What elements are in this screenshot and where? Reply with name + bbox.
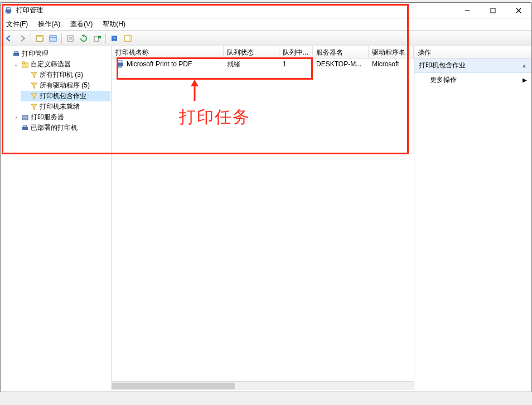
tree-root[interactable]: 打印管理	[3, 48, 110, 59]
filter-icon	[30, 71, 38, 79]
menu-help[interactable]: 帮助(H)	[100, 18, 128, 30]
close-button[interactable]	[506, 3, 531, 18]
tree-custom-filters-label: 自定义筛选器	[31, 60, 71, 69]
svg-rect-11	[67, 36, 73, 41]
svg-rect-4	[491, 8, 495, 13]
tree-deployed-printers-label: 已部署的打印机	[31, 123, 78, 133]
window-controls	[454, 3, 531, 18]
svg-rect-8	[36, 36, 43, 37]
printer-icon	[21, 124, 29, 132]
filter-icon	[30, 103, 38, 111]
column-driver-name[interactable]: 驱动程序名	[369, 46, 414, 58]
titlebar: 打印管理	[1, 3, 531, 18]
menu-file[interactable]: 文件(F)	[4, 18, 30, 30]
svg-rect-27	[117, 63, 123, 66]
svg-rect-24	[22, 118, 28, 120]
toolbar: ?	[1, 31, 531, 46]
printer-name-cell: Microsoft Print to PDF	[127, 60, 192, 68]
print-management-window: 打印管理 文件(F) 操作(A) 查看(V) 帮助(H) ?	[0, 2, 532, 392]
show-hide-tree-button[interactable]	[33, 32, 46, 45]
tree-printers-not-ready-label: 打印机未就绪	[40, 102, 80, 111]
tree-printers-not-ready[interactable]: 打印机未就绪	[21, 101, 110, 112]
tree-all-drivers[interactable]: 所有驱动程序 (5)	[21, 80, 110, 91]
scrollbar-thumb[interactable]	[112, 383, 235, 389]
tree-print-servers[interactable]: › 打印服务器	[12, 112, 110, 123]
server-cell: DESKTOP-M...	[313, 58, 369, 70]
svg-rect-25	[22, 127, 28, 130]
svg-rect-14	[94, 37, 99, 41]
menu-action[interactable]: 操作(A)	[36, 18, 62, 30]
actions-group-label: 打印机包含作业	[419, 61, 466, 70]
svg-rect-2	[7, 12, 9, 13]
svg-rect-28	[118, 61, 122, 63]
svg-rect-1	[7, 7, 11, 9]
expand-icon[interactable]: ›	[13, 114, 20, 120]
export-list-button[interactable]	[64, 32, 76, 45]
list-header: 打印机名称 队列状态 队列中... 服务器名 驱动程序名	[112, 46, 414, 58]
driver-cell: Microsoft	[369, 58, 414, 70]
queue-status-cell: 就绪	[224, 58, 279, 71]
tree-all-printers[interactable]: 所有打印机 (3)	[21, 70, 110, 80]
svg-rect-29	[118, 66, 122, 67]
actions-pane-header: 操作	[414, 46, 531, 58]
expand-icon[interactable]: ⌄	[13, 61, 20, 67]
printer-row[interactable]: Microsoft Print to PDF 就绪 1 DESKTOP-M...…	[112, 58, 414, 70]
list-pane: 打印机名称 队列状态 队列中... 服务器名 驱动程序名 Microsoft P…	[112, 46, 414, 390]
filter-icon	[30, 92, 38, 100]
column-printer-name[interactable]: 打印机名称	[112, 46, 224, 58]
svg-rect-23	[22, 115, 28, 117]
collapse-icon: ▲	[521, 62, 527, 69]
tree-all-drivers-label: 所有驱动程序 (5)	[40, 81, 90, 90]
actions-group-header[interactable]: 打印机包含作业 ▲	[414, 58, 531, 73]
submenu-icon: ▶	[523, 77, 527, 83]
svg-rect-26	[23, 125, 27, 127]
svg-rect-18	[129, 36, 131, 41]
column-queue-status[interactable]: 队列状态	[224, 46, 279, 58]
show-hide-action-pane-button[interactable]	[122, 32, 134, 45]
tree-deployed-printers[interactable]: 已部署的打印机	[12, 123, 110, 133]
printer-app-icon	[4, 6, 13, 15]
properties-button[interactable]	[47, 32, 59, 45]
window-title: 打印管理	[16, 6, 454, 15]
filter-icon	[30, 82, 38, 90]
navigation-tree[interactable]: 打印管理 ⌄ 自定义筛选器	[2, 48, 110, 133]
tree-printers-with-jobs[interactable]: 打印机包含作业	[21, 91, 110, 101]
tree-all-printers-label: 所有打印机 (3)	[40, 70, 83, 80]
menubar: 文件(F) 操作(A) 查看(V) 帮助(H)	[1, 18, 531, 31]
toolbar-separator	[61, 33, 62, 43]
minimize-button[interactable]	[454, 3, 480, 18]
printer-icon	[115, 60, 124, 69]
menu-view[interactable]: 查看(V)	[68, 18, 95, 30]
maximize-button[interactable]	[480, 3, 506, 18]
server-icon	[21, 114, 29, 121]
tree-custom-filters[interactable]: ⌄ 自定义筛选器	[12, 59, 110, 70]
export-button[interactable]	[91, 32, 103, 45]
svg-rect-19	[13, 53, 19, 56]
toolbar-separator	[31, 33, 31, 43]
tree-printers-with-jobs-label: 打印机包含作业	[40, 91, 86, 101]
printer-icon	[12, 50, 20, 58]
svg-rect-22	[22, 62, 25, 64]
svg-rect-0	[6, 9, 12, 12]
help-button[interactable]: ?	[108, 32, 120, 45]
tree-pane[interactable]: 打印管理 ⌄ 自定义筛选器	[1, 46, 112, 390]
svg-rect-20	[14, 51, 18, 53]
refresh-button[interactable]	[78, 32, 90, 45]
svg-text:?: ?	[113, 36, 116, 42]
actions-pane: 操作 打印机包含作业 ▲ 更多操作 ▶	[414, 46, 531, 390]
tree-root-label: 打印管理	[22, 49, 49, 58]
actions-more-label: 更多操作	[430, 75, 457, 85]
tree-print-servers-label: 打印服务器	[31, 113, 64, 122]
actions-more-actions[interactable]: 更多操作 ▶	[414, 73, 531, 87]
column-server-name[interactable]: 服务器名	[313, 46, 369, 58]
filter-folder-icon	[21, 61, 29, 69]
list-body[interactable]: Microsoft Print to PDF 就绪 1 DESKTOP-M...…	[112, 58, 414, 381]
mmc-body: 打印管理 ⌄ 自定义筛选器	[1, 46, 531, 390]
horizontal-scrollbar[interactable]	[112, 381, 414, 390]
toolbar-separator	[105, 33, 106, 43]
svg-rect-9	[50, 36, 56, 41]
forward-button[interactable]	[16, 32, 28, 45]
column-jobs-in-queue[interactable]: 队列中...	[279, 46, 313, 58]
jobs-cell: 1	[279, 58, 313, 70]
back-button[interactable]	[3, 32, 15, 45]
